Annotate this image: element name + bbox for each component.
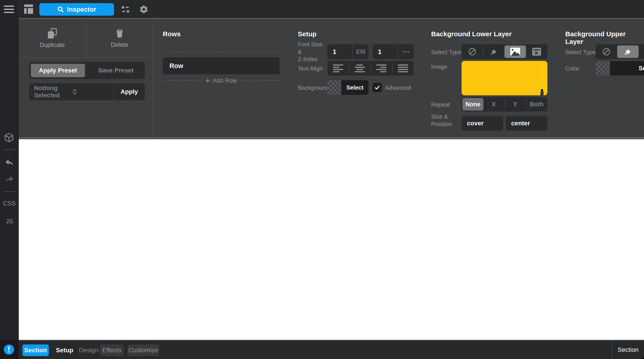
bg-upper-color-select-button[interactable]: Select <box>610 61 644 75</box>
elements-cube-icon[interactable] <box>4 133 14 143</box>
text-align-group <box>327 61 414 76</box>
bg-upper-color-select-label: Select <box>610 65 644 72</box>
size-position-label: Size & Position <box>431 113 458 128</box>
preset-select-dropdown[interactable]: Nothing Selected <box>29 83 114 100</box>
align-left-button[interactable] <box>327 61 349 76</box>
sidebar-item-js[interactable]: JS <box>0 218 19 225</box>
bg-upper-selected-color[interactable] <box>617 46 639 58</box>
font-size-zindex-label: Font Size & Z-Index <box>298 41 327 63</box>
bg-upper-section-title: Background Upper Layer <box>565 30 644 46</box>
bg-upper-select-type-label: Select Type <box>565 49 596 56</box>
setup-section-title: Setup <box>298 30 316 38</box>
text-align-label: Text Align <box>298 65 323 72</box>
sidebar-divider <box>3 191 16 192</box>
align-center-button[interactable] <box>349 61 371 76</box>
duplicate-button[interactable]: Duplicate <box>19 20 86 57</box>
bg-upper-color-swatch[interactable] <box>596 61 610 75</box>
bg-upper-type-none-button[interactable] <box>596 44 617 59</box>
inspector-button[interactable]: Inspector <box>39 3 114 16</box>
preset-mode-switch: Apply Preset Save Preset <box>29 62 145 79</box>
preferences-sliders-icon[interactable] <box>120 4 131 15</box>
ellipsis-more-icon[interactable] <box>398 44 414 59</box>
align-right-icon <box>376 65 386 72</box>
repeat-both-button[interactable]: Both <box>526 97 548 112</box>
element-actions-row: Duplicate Delete <box>19 20 153 58</box>
ban-icon <box>468 48 476 56</box>
bg-position-input[interactable]: center <box>506 116 548 131</box>
context-element-label: Section <box>612 340 644 359</box>
search-icon <box>57 6 64 13</box>
bg-type-video-button[interactable] <box>526 44 548 59</box>
bottom-bar: Section Setup Design Effects Customize S… <box>19 340 644 359</box>
add-row-label: Add Row <box>212 77 237 84</box>
settings-gear-icon[interactable] <box>138 4 149 15</box>
z-index-value: 1 <box>372 48 398 56</box>
image-icon <box>510 48 520 56</box>
bg-size-value: cover <box>462 120 503 127</box>
align-right-button[interactable] <box>370 61 392 76</box>
align-justify-icon <box>398 65 408 72</box>
top-toolbar: Inspector <box>19 0 644 19</box>
plus-icon <box>205 78 210 83</box>
repeat-x-button[interactable]: X <box>483 97 504 112</box>
duplicate-icon <box>47 28 58 39</box>
row-item-label: Row <box>170 62 183 70</box>
row-item[interactable]: Row <box>163 57 280 74</box>
sidebar-item-css[interactable]: CSS <box>0 200 19 207</box>
advanced-label: Advanced <box>385 84 411 92</box>
delete-button[interactable]: Delete <box>86 20 153 57</box>
bg-type-none-button[interactable] <box>462 44 483 59</box>
advanced-checkbox[interactable] <box>372 83 382 92</box>
repeat-group: X Y Both None <box>462 97 548 112</box>
align-center-icon <box>355 65 365 72</box>
hamburger-menu-icon[interactable] <box>4 6 14 13</box>
save-preset-tab[interactable]: Save Preset <box>87 62 145 79</box>
bg-type-selected-image[interactable] <box>504 46 526 58</box>
trash-icon <box>115 29 124 38</box>
video-icon <box>532 48 541 56</box>
preview-canvas[interactable] <box>19 139 644 340</box>
app-window: CSS JS Inspector <box>0 0 644 359</box>
tab-design[interactable]: Design <box>77 344 100 356</box>
font-size-input[interactable]: 1 EM <box>327 44 368 59</box>
tab-effects[interactable]: Effects <box>100 344 124 356</box>
element-actions-column: Duplicate Delete Apply Preset Save Prese… <box>19 20 154 138</box>
tab-setup[interactable]: Setup <box>54 344 75 356</box>
preset-apply-button[interactable]: Apply <box>114 83 145 100</box>
bg-lower-section-title: Background Lower Layer <box>431 30 512 38</box>
layout-panels-icon[interactable] <box>24 5 33 14</box>
bg-upper-type-image-button[interactable] <box>639 44 644 59</box>
undo-icon[interactable] <box>5 158 14 167</box>
inspector-panel: Duplicate Delete Apply Preset Save Prese… <box>19 20 644 138</box>
rows-separator <box>163 52 280 52</box>
background-swatch[interactable] <box>327 80 341 95</box>
align-justify-button[interactable] <box>392 61 414 76</box>
font-size-unit[interactable]: EM <box>352 44 368 59</box>
bg-upper-color-label: Color <box>565 65 579 72</box>
background-select-button[interactable]: Select <box>341 80 368 95</box>
z-index-input[interactable]: 1 <box>372 44 414 59</box>
breadcrumb-section-button[interactable]: Section <box>22 344 49 356</box>
add-row-button[interactable]: Add Row <box>163 77 280 84</box>
bg-image-label: Image <box>431 63 447 71</box>
repeat-selected-none[interactable]: None <box>462 98 484 111</box>
repeat-y-button[interactable]: Y <box>504 97 526 112</box>
sidebar-divider <box>3 149 16 150</box>
apply-preset-tab[interactable]: Apply Preset <box>31 64 85 77</box>
notifications-alert-icon[interactable] <box>4 344 14 355</box>
ban-icon <box>602 48 611 56</box>
background-label: Background <box>298 84 329 92</box>
bg-image-thumbnail[interactable] <box>462 61 548 95</box>
preset-select-value: Nothing Selected <box>34 85 70 99</box>
bg-size-input[interactable]: cover <box>462 116 503 131</box>
redo-icon[interactable] <box>5 175 14 184</box>
duplicate-label: Duplicate <box>40 42 65 49</box>
bg-position-value: center <box>506 120 548 127</box>
rows-section-title: Rows <box>163 30 181 38</box>
checkmark-icon <box>374 85 380 90</box>
left-sidebar: CSS JS <box>0 0 19 359</box>
bg-type-color-button[interactable] <box>483 44 504 59</box>
paint-bucket-icon <box>490 48 498 56</box>
bg-upper-type-group <box>596 44 644 59</box>
tab-customize[interactable]: Customize <box>128 344 159 356</box>
